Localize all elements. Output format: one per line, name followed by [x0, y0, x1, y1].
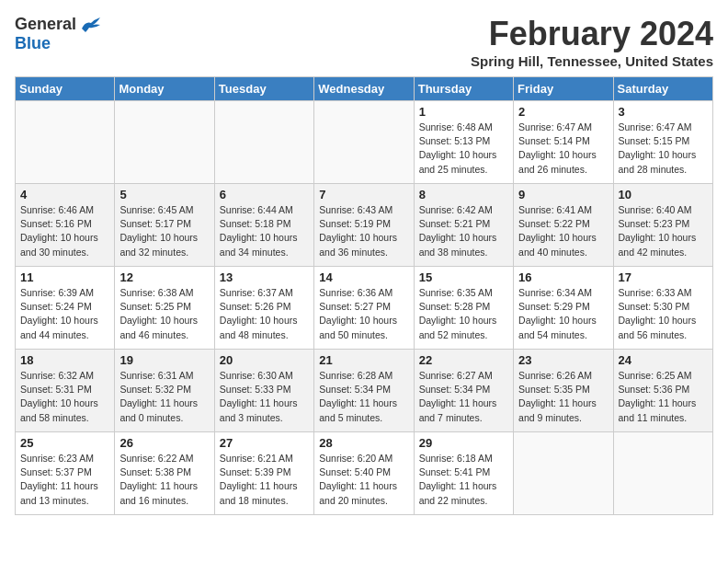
weekday-header-sunday: Sunday [16, 77, 115, 101]
calendar-week-row: 11Sunrise: 6:39 AM Sunset: 5:24 PM Dayli… [16, 267, 713, 350]
day-number: 12 [119, 270, 209, 284]
day-number: 3 [619, 105, 708, 119]
day-info: Sunrise: 6:40 AM Sunset: 5:23 PM Dayligh… [619, 203, 708, 259]
day-info: Sunrise: 6:41 AM Sunset: 5:22 PM Dayligh… [518, 203, 608, 259]
day-number: 11 [20, 270, 109, 284]
weekday-header-thursday: Thursday [414, 77, 513, 101]
day-info: Sunrise: 6:31 AM Sunset: 5:32 PM Dayligh… [119, 369, 209, 425]
day-info: Sunrise: 6:21 AM Sunset: 5:39 PM Dayligh… [220, 452, 309, 508]
day-info: Sunrise: 6:45 AM Sunset: 5:17 PM Dayligh… [119, 203, 209, 259]
day-info: Sunrise: 6:30 AM Sunset: 5:33 PM Dayligh… [220, 369, 309, 425]
day-info: Sunrise: 6:47 AM Sunset: 5:15 PM Dayligh… [619, 121, 708, 177]
logo: General Blue [15, 15, 104, 53]
day-info: Sunrise: 6:33 AM Sunset: 5:30 PM Dayligh… [619, 286, 708, 342]
calendar-table: SundayMondayTuesdayWednesdayThursdayFrid… [15, 76, 713, 515]
logo-general-text: General [15, 15, 76, 34]
calendar-cell: 7Sunrise: 6:43 AM Sunset: 5:19 PM Daylig… [314, 184, 414, 267]
calendar-cell [16, 101, 115, 184]
calendar-cell: 23Sunrise: 6:26 AM Sunset: 5:35 PM Dayli… [514, 350, 613, 432]
day-number: 9 [518, 188, 608, 201]
calendar-cell: 1Sunrise: 6:48 AM Sunset: 5:13 PM Daylig… [414, 101, 513, 184]
calendar-week-row: 4Sunrise: 6:46 AM Sunset: 5:16 PM Daylig… [16, 184, 713, 267]
calendar-cell: 24Sunrise: 6:25 AM Sunset: 5:36 PM Dayli… [613, 350, 712, 432]
calendar-cell: 9Sunrise: 6:41 AM Sunset: 5:22 PM Daylig… [514, 184, 613, 267]
day-number: 15 [419, 270, 508, 284]
day-info: Sunrise: 6:18 AM Sunset: 5:41 PM Dayligh… [419, 452, 508, 508]
day-number: 19 [119, 353, 209, 367]
calendar-cell: 6Sunrise: 6:44 AM Sunset: 5:18 PM Daylig… [214, 184, 313, 267]
title-block: February 2024 Spring Hill, Tennessee, Un… [471, 15, 713, 69]
day-info: Sunrise: 6:22 AM Sunset: 5:38 PM Dayligh… [119, 452, 209, 508]
day-info: Sunrise: 6:36 AM Sunset: 5:27 PM Dayligh… [319, 286, 408, 342]
calendar-week-row: 18Sunrise: 6:32 AM Sunset: 5:31 PM Dayli… [16, 350, 713, 432]
page-header: General Blue February 2024 Spring Hill, … [15, 15, 713, 69]
day-info: Sunrise: 6:34 AM Sunset: 5:29 PM Dayligh… [518, 286, 608, 342]
calendar-cell: 29Sunrise: 6:18 AM Sunset: 5:41 PM Dayli… [414, 432, 513, 515]
day-number: 13 [220, 270, 309, 284]
day-number: 2 [518, 105, 608, 119]
day-number: 1 [419, 105, 508, 119]
day-number: 16 [518, 270, 608, 284]
weekday-header-row: SundayMondayTuesdayWednesdayThursdayFrid… [16, 77, 713, 101]
day-info: Sunrise: 6:46 AM Sunset: 5:16 PM Dayligh… [20, 203, 109, 259]
calendar-cell: 5Sunrise: 6:45 AM Sunset: 5:17 PM Daylig… [115, 184, 214, 267]
calendar-cell [514, 432, 613, 515]
day-info: Sunrise: 6:37 AM Sunset: 5:26 PM Dayligh… [220, 286, 309, 342]
calendar-cell: 21Sunrise: 6:28 AM Sunset: 5:34 PM Dayli… [314, 350, 414, 432]
calendar-cell: 3Sunrise: 6:47 AM Sunset: 5:15 PM Daylig… [613, 101, 712, 184]
day-number: 22 [419, 353, 508, 367]
calendar-cell: 22Sunrise: 6:27 AM Sunset: 5:34 PM Dayli… [414, 350, 513, 432]
weekday-header-friday: Friday [514, 77, 613, 101]
day-info: Sunrise: 6:25 AM Sunset: 5:36 PM Dayligh… [619, 369, 708, 425]
calendar-cell: 17Sunrise: 6:33 AM Sunset: 5:30 PM Dayli… [613, 267, 712, 350]
day-number: 18 [20, 353, 109, 367]
day-number: 21 [319, 353, 408, 367]
day-info: Sunrise: 6:42 AM Sunset: 5:21 PM Dayligh… [419, 203, 508, 259]
day-number: 29 [419, 436, 508, 450]
calendar-cell: 26Sunrise: 6:22 AM Sunset: 5:38 PM Dayli… [115, 432, 214, 515]
calendar-cell: 28Sunrise: 6:20 AM Sunset: 5:40 PM Dayli… [314, 432, 414, 515]
month-title: February 2024 [471, 15, 713, 53]
weekday-header-tuesday: Tuesday [214, 77, 313, 101]
day-number: 27 [220, 436, 309, 450]
day-number: 25 [20, 436, 109, 450]
calendar-cell: 25Sunrise: 6:23 AM Sunset: 5:37 PM Dayli… [16, 432, 115, 515]
day-number: 17 [619, 270, 708, 284]
day-info: Sunrise: 6:48 AM Sunset: 5:13 PM Dayligh… [419, 121, 508, 177]
day-info: Sunrise: 6:32 AM Sunset: 5:31 PM Dayligh… [20, 369, 109, 425]
calendar-cell: 15Sunrise: 6:35 AM Sunset: 5:28 PM Dayli… [414, 267, 513, 350]
calendar-week-row: 25Sunrise: 6:23 AM Sunset: 5:37 PM Dayli… [16, 432, 713, 515]
day-number: 14 [319, 270, 408, 284]
calendar-cell [314, 101, 414, 184]
calendar-cell [214, 101, 313, 184]
day-info: Sunrise: 6:20 AM Sunset: 5:40 PM Dayligh… [319, 452, 408, 508]
calendar-cell: 11Sunrise: 6:39 AM Sunset: 5:24 PM Dayli… [16, 267, 115, 350]
calendar-cell [115, 101, 214, 184]
day-number: 10 [619, 188, 708, 201]
day-info: Sunrise: 6:39 AM Sunset: 5:24 PM Dayligh… [20, 286, 109, 342]
day-info: Sunrise: 6:35 AM Sunset: 5:28 PM Dayligh… [419, 286, 508, 342]
day-number: 20 [220, 353, 309, 367]
day-info: Sunrise: 6:27 AM Sunset: 5:34 PM Dayligh… [419, 369, 508, 425]
day-info: Sunrise: 6:26 AM Sunset: 5:35 PM Dayligh… [518, 369, 608, 425]
day-number: 8 [419, 188, 508, 201]
weekday-header-saturday: Saturday [613, 77, 712, 101]
day-info: Sunrise: 6:43 AM Sunset: 5:19 PM Dayligh… [319, 203, 408, 259]
day-number: 5 [119, 188, 209, 201]
day-info: Sunrise: 6:44 AM Sunset: 5:18 PM Dayligh… [220, 203, 309, 259]
calendar-cell: 13Sunrise: 6:37 AM Sunset: 5:26 PM Dayli… [214, 267, 313, 350]
logo-blue-text: Blue [15, 34, 51, 53]
calendar-cell: 14Sunrise: 6:36 AM Sunset: 5:27 PM Dayli… [314, 267, 414, 350]
day-info: Sunrise: 6:23 AM Sunset: 5:37 PM Dayligh… [20, 452, 109, 508]
calendar-cell: 2Sunrise: 6:47 AM Sunset: 5:14 PM Daylig… [514, 101, 613, 184]
calendar-cell: 12Sunrise: 6:38 AM Sunset: 5:25 PM Dayli… [115, 267, 214, 350]
calendar-cell: 16Sunrise: 6:34 AM Sunset: 5:29 PM Dayli… [514, 267, 613, 350]
calendar-cell: 19Sunrise: 6:31 AM Sunset: 5:32 PM Dayli… [115, 350, 214, 432]
day-info: Sunrise: 6:47 AM Sunset: 5:14 PM Dayligh… [518, 121, 608, 177]
day-number: 28 [319, 436, 408, 450]
calendar-cell: 20Sunrise: 6:30 AM Sunset: 5:33 PM Dayli… [214, 350, 313, 432]
calendar-cell [613, 432, 712, 515]
day-number: 6 [220, 188, 309, 201]
calendar-week-row: 1Sunrise: 6:48 AM Sunset: 5:13 PM Daylig… [16, 101, 713, 184]
day-number: 4 [20, 188, 109, 201]
